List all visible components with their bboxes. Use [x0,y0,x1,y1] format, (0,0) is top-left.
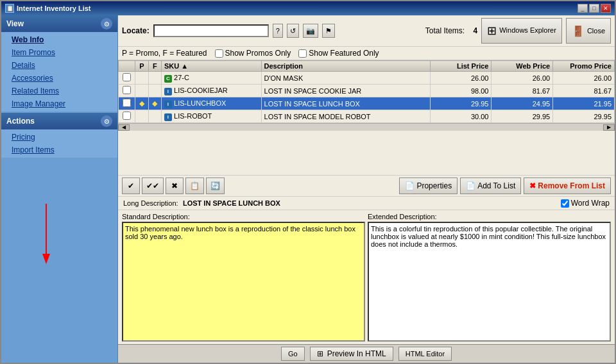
delete-button[interactable]: ✖ [166,178,184,194]
row-checkbox[interactable] [123,86,131,94]
sidebar-item-image-manager[interactable]: Image Manager [1,97,117,110]
scroll-track [130,124,603,131]
grid-icon: ⊞ [487,24,497,38]
window-icon: 📋 [5,4,14,13]
col-header-description[interactable]: Description [261,61,430,72]
actions-label: Actions [6,117,35,126]
view-items: Web Info Item Promos Details Accessories… [1,32,117,112]
add-to-list-button[interactable]: 📄 Add To List [460,178,521,194]
toolbar-right: Total Items: 4 ⊞ Windows Explorer 🚪 Clos… [425,18,611,44]
sidebar-item-related-items[interactable]: Related Items [1,85,117,97]
standard-desc-panel: Standard Description: [122,213,365,342]
h-scrollbar[interactable]: ◀ ▶ [118,123,615,131]
item-icon: i [164,113,172,121]
show-featured-checkbox-label[interactable]: Show Featured Only [298,49,379,58]
locate-label: Locate: [122,26,150,35]
col-header-list-price[interactable]: List Price [430,61,492,72]
locate-input[interactable] [153,24,269,37]
word-wrap-checkbox[interactable] [561,199,569,208]
help-button[interactable]: ? [273,24,283,38]
extended-desc-textarea[interactable] [368,222,611,342]
col-header-web-price[interactable]: Web Price [492,61,553,72]
extended-desc-panel: Extended Description: [368,213,611,342]
minimize-button[interactable]: _ [578,4,588,13]
main-window: 📋 Internet Inventory List _ □ ✕ View ⊙ W… [0,0,616,364]
refresh-button[interactable]: ↺ [287,24,299,38]
title-bar-left: 📋 Internet Inventory List [5,4,91,13]
close-main-button[interactable]: 🚪 Close [566,18,611,44]
window-close-button[interactable]: ✕ [601,4,611,13]
sidebar-item-details[interactable]: Details [1,59,117,72]
table-row[interactable]: ◆ ◆ i LIS-LUNCHBOX LOST IN SPACE LUNCH B… [119,97,615,110]
door-icon: 🚪 [572,25,585,37]
maximize-button[interactable]: □ [589,4,599,13]
action-bar: ✔ ✔✔ ✖ 📋 🔄 📄 Properties 📄 Add To List ✖ [118,176,615,197]
total-items-value: 4 [474,26,478,35]
properties-button[interactable]: 📄 Properties [399,178,458,194]
word-wrap-checkbox-label[interactable]: Word Wrap [561,199,610,208]
remove-icon: ✖ [529,181,536,190]
windows-explorer-label: Windows Explorer [499,26,556,35]
arrow-area [1,159,117,363]
go-button[interactable]: Go [281,347,305,361]
inventory-table: P F SKU ▲ Description List Price Web Pri… [118,60,615,123]
row-checkbox[interactable] [123,73,131,81]
show-promos-checkbox[interactable] [215,49,223,58]
sidebar-item-web-info[interactable]: Web Info [1,33,117,46]
long-desc-content: Long Description: LOST IN SPACE LUNCH BO… [123,199,280,208]
flag-button[interactable]: ⚑ [322,24,335,38]
show-featured-checkbox[interactable] [298,49,307,58]
row-checkbox[interactable] [123,112,131,120]
col-header-p[interactable]: P [135,61,148,72]
col-header-promo-price[interactable]: Promo Price [553,61,615,72]
sidebar-item-item-promos[interactable]: Item Promos [1,46,117,59]
inventory-table-container: P F SKU ▲ Description List Price Web Pri… [118,60,615,176]
table-row[interactable]: i LIS-ROBOT LOST IN SPACE MODEL ROBOT 30… [119,110,615,123]
sidebar-item-pricing[interactable]: Pricing [1,131,117,144]
standard-desc-label: Standard Description: [122,213,365,220]
status-bar: Go ⊞ Preview In HTML HTML Editor [118,344,615,363]
long-desc-label: Long Description: [123,199,178,207]
action-items: Pricing Import Items [1,129,117,158]
col-header-f[interactable]: F [148,61,161,72]
window-title: Internet Inventory List [17,4,91,12]
show-promos-checkbox-label[interactable]: Show Promos Only [215,49,291,58]
actions-expand-icon[interactable]: ⊙ [101,115,112,127]
copy-button[interactable]: 📋 [185,178,204,194]
scroll-right[interactable]: ▶ [603,124,615,131]
col-header-check [119,61,135,72]
table-row[interactable]: C 27-C D'ON MASK 26.00 26.00 26.00 [119,72,615,85]
html-editor-button[interactable]: HTML Editor [398,347,452,361]
windows-explorer-button[interactable]: ⊞ Windows Explorer [481,18,562,44]
sidebar-item-accessories[interactable]: Accessories [1,72,117,85]
double-check-button[interactable]: ✔✔ [142,178,164,194]
actions-header: Actions ⊙ [1,113,117,129]
close-label: Close [587,27,605,35]
description-panels: Standard Description: Extended Descripti… [118,210,615,344]
row-checkbox[interactable] [123,99,131,107]
preview-in-html-button[interactable]: ⊞ Preview In HTML [310,347,393,361]
col-header-sku[interactable]: SKU ▲ [161,61,261,72]
view-expand-icon[interactable]: ⊙ [101,18,112,29]
window-controls: _ □ ✕ [578,4,611,13]
camera-button[interactable]: 📷 [303,24,318,38]
checkmark-button[interactable]: ✔ [122,178,140,194]
sidebar-item-import-items[interactable]: Import Items [1,144,117,156]
word-wrap-label-text: Word Wrap [571,199,610,208]
table-row[interactable]: i LIS-COOKIEJAR LOST IN SPACE COOKIE JAR… [119,85,615,97]
long-desc-bar: Long Description: LOST IN SPACE LUNCH BO… [118,197,615,210]
view-section: View ⊙ Web Info Item Promos Details Acce… [1,15,117,112]
add-to-list-label: Add To List [477,181,515,190]
refresh-action-button[interactable]: 🔄 [206,178,225,194]
long-desc-value: LOST IN SPACE LUNCH BOX [183,199,280,207]
right-panel: Locate: ? ↺ 📷 ⚑ Total Items: 4 ⊞ Windows… [118,15,615,363]
pf-legend: P = Promo, F = Featured [122,49,207,58]
remove-from-list-button[interactable]: ✖ Remove From List [524,178,611,194]
item-icon: i [164,101,172,108]
scroll-left[interactable]: ◀ [118,124,130,131]
right-action-buttons: 📄 Properties 📄 Add To List ✖ Remove From… [399,178,611,194]
add-icon: 📄 [466,181,475,190]
standard-desc-textarea[interactable] [122,222,365,342]
filter-bar: P = Promo, F = Featured Show Promos Only… [118,47,615,60]
remove-from-list-label: Remove From List [538,181,605,190]
